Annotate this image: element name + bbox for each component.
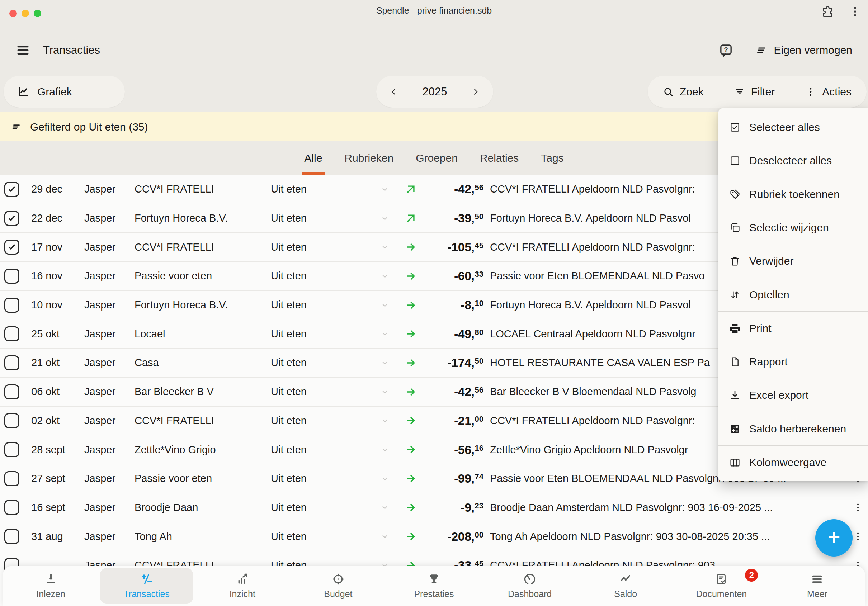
- menu-item[interactable]: Selecteer alles: [718, 110, 868, 144]
- chevron-down-icon[interactable]: [380, 242, 389, 252]
- nav-item-meer[interactable]: Meer: [769, 566, 865, 606]
- row-checkbox[interactable]: [4, 471, 19, 486]
- chevron-down-icon[interactable]: [380, 214, 389, 223]
- previous-year-button[interactable]: [389, 87, 398, 96]
- chevron-down-icon[interactable]: [380, 301, 389, 310]
- filter-label: Filter: [751, 86, 775, 98]
- chevron-down-icon[interactable]: [380, 445, 389, 454]
- chevron-down-icon[interactable]: [380, 474, 389, 484]
- add-transaction-button[interactable]: +: [815, 519, 852, 556]
- row-checkbox[interactable]: [4, 500, 19, 515]
- row-checkbox[interactable]: [4, 240, 19, 254]
- transaction-direction-cell: [396, 530, 425, 542]
- chevron-down-icon[interactable]: [380, 416, 389, 425]
- amount-decimals: 16: [475, 443, 484, 453]
- transaction-person: Jasper: [84, 415, 135, 427]
- transaction-date: 27 sept: [31, 473, 84, 484]
- help-icon[interactable]: ?: [719, 43, 733, 57]
- graph-button[interactable]: Grafiek: [3, 76, 125, 108]
- browser-menu-icon[interactable]: [849, 5, 862, 18]
- row-checkbox[interactable]: [4, 298, 19, 313]
- transaction-direction-cell: [396, 386, 425, 398]
- copy-icon: [729, 222, 741, 233]
- nav-item-prestaties[interactable]: Prestaties: [386, 566, 482, 606]
- transaction-category: Uit eten: [271, 270, 373, 282]
- tab-label: Tags: [541, 152, 564, 164]
- year-label: 2025: [423, 85, 447, 98]
- row-checkbox[interactable]: [4, 182, 19, 197]
- menu-item-label: Saldo herberekenen: [749, 423, 846, 435]
- menu-item[interactable]: Deselecteer alles: [718, 144, 868, 177]
- nav-item-inlezen[interactable]: Inlezen: [3, 566, 99, 606]
- amount-main: -42,: [454, 385, 474, 398]
- chevron-down-icon[interactable]: [380, 329, 389, 338]
- nav-item-dashboard[interactable]: Dashboard: [482, 566, 578, 606]
- tab-tags[interactable]: Tags: [538, 141, 566, 175]
- transaction-payee: CCV*I FRATELLI: [135, 415, 271, 427]
- chevron-down-icon[interactable]: [380, 271, 389, 281]
- tab-relaties[interactable]: Relaties: [477, 141, 521, 175]
- year-navigator: 2025: [376, 76, 493, 108]
- menu-item[interactable]: Verwijder: [718, 244, 868, 277]
- transaction-person: Jasper: [84, 473, 135, 484]
- transaction-date: 02 okt: [31, 415, 84, 427]
- row-checkbox[interactable]: [4, 355, 19, 370]
- transaction-date: 06 okt: [31, 386, 84, 398]
- row-checkbox[interactable]: [4, 413, 19, 428]
- tab-alle[interactable]: Alle: [302, 141, 325, 175]
- transaction-amount: -42,56: [425, 385, 484, 399]
- row-checkbox[interactable]: [4, 268, 19, 284]
- table-row[interactable]: 16 septJasperBroodje DaanUit eten-9,23Br…: [0, 493, 868, 522]
- row-checkbox[interactable]: [4, 529, 19, 544]
- menu-toggle-icon[interactable]: [16, 43, 30, 57]
- row-checkbox-cell: [0, 326, 31, 341]
- tab-groepen[interactable]: Groepen: [413, 141, 460, 175]
- actions-button[interactable]: Acties: [805, 86, 851, 98]
- table-row[interactable]: 31 augJasperTong AhUit eten-208,00Tong A…: [0, 522, 868, 551]
- transaction-person: Jasper: [84, 357, 135, 369]
- chevron-down-icon[interactable]: [380, 387, 389, 397]
- next-year-button[interactable]: [471, 87, 480, 96]
- transaction-date: 17 nov: [31, 241, 84, 253]
- amount-decimals: 00: [475, 530, 484, 539]
- menu-item[interactable]: Excel export: [718, 378, 868, 412]
- row-kebab-icon[interactable]: [853, 502, 863, 512]
- chevron-down-icon[interactable]: [380, 503, 389, 512]
- chevron-down-icon[interactable]: [380, 358, 389, 367]
- menu-item[interactable]: Optellen: [718, 278, 868, 311]
- nav-item-documenten[interactable]: Documenten2: [674, 566, 769, 606]
- row-checkbox[interactable]: [4, 326, 19, 341]
- chevron-down-icon[interactable]: [380, 532, 389, 541]
- menu-item[interactable]: Saldo herberekenen: [718, 412, 868, 445]
- transaction-amount: -21,00: [425, 414, 484, 428]
- nav-item-budget[interactable]: Budget: [290, 566, 386, 606]
- nav-item-inzicht[interactable]: Inzicht: [194, 566, 290, 606]
- menu-item[interactable]: Selectie wijzigen: [718, 211, 868, 244]
- transaction-person: Jasper: [84, 386, 135, 398]
- menu-item[interactable]: Print: [718, 312, 868, 345]
- row-checkbox[interactable]: [4, 442, 19, 457]
- account-selector[interactable]: Eigen vermogen: [756, 44, 852, 56]
- columns-icon: [729, 457, 741, 468]
- row-checkbox[interactable]: [4, 211, 19, 226]
- transaction-date: 16 sept: [31, 502, 84, 513]
- svg-text:?: ?: [724, 46, 728, 53]
- search-button[interactable]: Zoek: [663, 86, 704, 98]
- nav-item-saldo[interactable]: Saldo: [578, 566, 674, 606]
- menu-item-label: Selectie wijzigen: [749, 222, 829, 234]
- menu-item[interactable]: Rapport: [718, 345, 868, 378]
- filter-button[interactable]: Filter: [734, 86, 775, 98]
- transaction-category: Uit eten: [271, 299, 373, 311]
- nav-item-transacties[interactable]: Transacties: [99, 566, 194, 606]
- menu-item[interactable]: Rubriek toekennen: [718, 178, 868, 211]
- transaction-payee: Tong Ah: [135, 531, 271, 542]
- extensions-icon[interactable]: [822, 5, 834, 18]
- row-kebab-icon[interactable]: [853, 532, 863, 541]
- transaction-amount: -56,16: [425, 443, 484, 457]
- row-checkbox[interactable]: [4, 384, 19, 400]
- menu-item-label: Rubriek toekennen: [749, 188, 840, 200]
- row-checkbox-cell: [0, 384, 31, 400]
- menu-item[interactable]: Kolomweergave: [718, 446, 868, 479]
- tab-rubrieken[interactable]: Rubrieken: [342, 141, 396, 175]
- chevron-down-icon[interactable]: [380, 184, 389, 194]
